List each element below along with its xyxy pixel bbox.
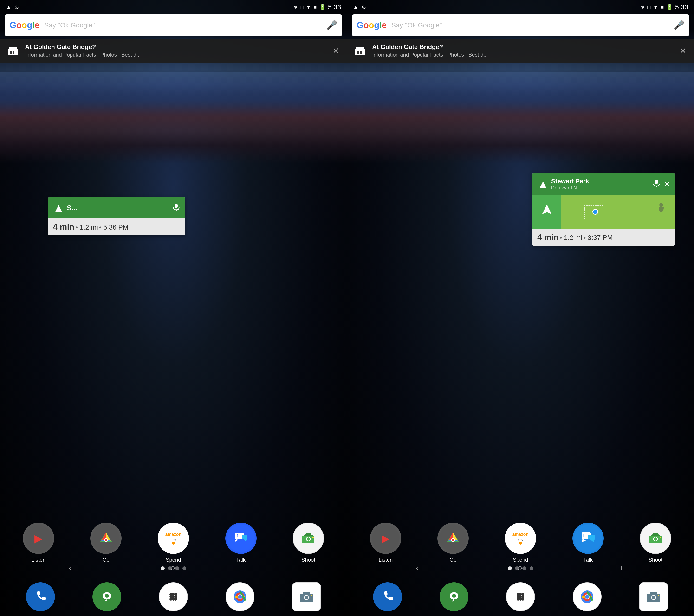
wifi-icon-right: ▼: [653, 4, 658, 10]
home-btn-right[interactable]: ○: [517, 563, 522, 573]
mic-icon-right[interactable]: 🎤: [674, 20, 684, 30]
nav-arrival-right: 3:37 PM: [588, 234, 613, 241]
home-btn-left[interactable]: ○: [170, 563, 175, 573]
battery-icon-right: 🔋: [666, 4, 673, 10]
chrome-icon-left[interactable]: [225, 582, 254, 611]
notif-text-left: At Golden Gate Bridge? Information and P…: [25, 43, 331, 58]
svg-point-15: [307, 537, 310, 541]
location-arrow-icon: ▲: [6, 4, 12, 11]
nav-widget-header-right: ▲ Stewart Park Dr toward N... ✕: [532, 173, 675, 195]
bluetooth-icon-right: ∗: [641, 4, 645, 10]
nav-eta-right: 4 min: [537, 232, 559, 242]
svg-rect-38: [360, 51, 362, 54]
nav-arrival-left: 5:36 PM: [103, 224, 128, 231]
nav-close-right[interactable]: ✕: [664, 180, 670, 188]
notif-close-left[interactable]: ✕: [331, 44, 341, 57]
svg-text:pay: pay: [518, 538, 523, 542]
nav-sep2-right: •: [584, 234, 588, 241]
vibrate-icon-right: □: [647, 4, 651, 10]
bottom-dock-right: [347, 582, 694, 611]
apps-icon-right[interactable]: [506, 582, 535, 611]
nav-widget-left[interactable]: ▲ S... 4 min • 1.2 mi • 5:36 PM: [48, 197, 185, 235]
notification-card-left[interactable]: At Golden Gate Bridge? Information and P…: [0, 38, 347, 63]
search-placeholder-left[interactable]: Say "Ok Google": [44, 21, 326, 29]
notif-close-right[interactable]: ✕: [678, 44, 688, 57]
chrome-icon-right[interactable]: [573, 582, 602, 611]
search-placeholder-right[interactable]: Say "Ok Google": [391, 21, 674, 29]
status-right-icons-right: ∗ □ ▼ ■ 🔋 5:33: [641, 3, 688, 11]
status-left-icons-right: ▲ ⊙: [353, 4, 366, 11]
search-bar-left[interactable]: Google Say "Ok Google" 🎤: [5, 15, 342, 36]
notification-card-right[interactable]: At Golden Gate Bridge? Information and P…: [347, 38, 694, 63]
camera-icon-left[interactable]: [292, 582, 321, 611]
bluetooth-icon: ∗: [293, 4, 298, 10]
nav-dest-name: Stewart Park: [551, 178, 589, 185]
back-btn-right[interactable]: ‹: [416, 564, 418, 572]
nav-sep1-left: •: [75, 224, 80, 231]
hangouts-icon-right[interactable]: [440, 582, 469, 611]
go-icon-left[interactable]: [90, 523, 122, 554]
nav-mic-left[interactable]: [172, 203, 181, 213]
svg-text:amazon: amazon: [512, 532, 529, 537]
hangouts-icon-left[interactable]: [92, 582, 121, 611]
mic-icon-left[interactable]: 🎤: [326, 20, 337, 30]
svg-rect-3: [13, 51, 15, 54]
svg-rect-37: [357, 51, 359, 54]
signal-icon-right: ■: [660, 4, 664, 10]
svg-point-41: [659, 203, 663, 207]
svg-point-46: [519, 542, 522, 544]
signal-icon: ■: [313, 4, 316, 10]
time-right: 5:33: [675, 3, 689, 11]
vibrate-icon: □: [300, 4, 303, 10]
listen-icon-right[interactable]: ▶: [370, 523, 401, 554]
svg-rect-52: [660, 537, 661, 538]
camera-icon-right[interactable]: [639, 582, 668, 611]
google-logo-right: Google: [357, 20, 387, 30]
svg-rect-16: [312, 537, 314, 538]
map-tiles: [561, 195, 675, 229]
nav-widget-body-left: 4 min • 1.2 mi • 5:36 PM: [48, 218, 185, 235]
go-icon-right[interactable]: [437, 523, 469, 554]
phone-icon-left[interactable]: [26, 582, 55, 611]
svg-text:f: f: [237, 534, 238, 538]
nav-bar-right: ‹ ○ □: [347, 557, 694, 579]
svg-point-69: [652, 596, 655, 599]
map-position-dot: [592, 209, 598, 214]
nav-widget-body-right: 4 min • 1.2 mi • 3:37 PM: [532, 229, 675, 246]
svg-point-51: [654, 537, 657, 541]
notif-title-right: At Golden Gate Bridge?: [372, 43, 678, 51]
bottom-dock-left: [0, 582, 347, 611]
battery-icon: 🔋: [319, 4, 326, 10]
nav-widget-right[interactable]: ▲ Stewart Park Dr toward N... ✕: [532, 173, 675, 246]
talk-icon-right[interactable]: f: [572, 523, 604, 554]
nav-dist-right: 1.2 mi: [564, 234, 582, 241]
location-arrow-icon-right: ▲: [353, 4, 359, 11]
nav-dest-abbr: S...: [67, 204, 78, 212]
svg-rect-12: [242, 535, 247, 540]
left-screen: ▲ ⊙ ∗ □ ▼ ■ 🔋 5:33 Google Say "Ok Google…: [0, 0, 347, 616]
listen-icon-left[interactable]: ▶: [23, 523, 54, 554]
notif-sub-left: Information and Popular Facts · Photos ·…: [25, 52, 331, 58]
nav-sep1-right: •: [560, 234, 564, 241]
nav-eta-left: 4 min: [53, 222, 74, 231]
recents-btn-right[interactable]: □: [621, 564, 625, 572]
phone-icon-right[interactable]: [373, 582, 402, 611]
apps-icon-left[interactable]: [159, 582, 188, 611]
svg-rect-4: [175, 204, 178, 208]
svg-rect-1: [9, 47, 17, 49]
search-bar-right[interactable]: Google Say "Ok Google" 🎤: [352, 15, 689, 36]
svg-text:f: f: [583, 533, 585, 538]
shoot-icon-left[interactable]: [293, 523, 324, 554]
back-btn-left[interactable]: ‹: [69, 564, 71, 572]
svg-point-18: [105, 594, 109, 598]
spend-icon-left[interactable]: amazon pay: [158, 523, 189, 554]
nav-mic-right[interactable]: [652, 179, 661, 189]
spend-icon-right[interactable]: amazon pay: [505, 523, 536, 554]
compass-icon-right: ⊙: [362, 4, 366, 10]
status-bar-left: ▲ ⊙ ∗ □ ▼ ■ 🔋 5:33: [0, 0, 347, 15]
earth-surface-right: [347, 72, 694, 164]
shoot-icon-right[interactable]: [640, 523, 671, 554]
recents-btn-left[interactable]: □: [274, 564, 278, 572]
svg-point-63: [522, 598, 524, 601]
talk-icon-left[interactable]: f: [225, 523, 257, 554]
